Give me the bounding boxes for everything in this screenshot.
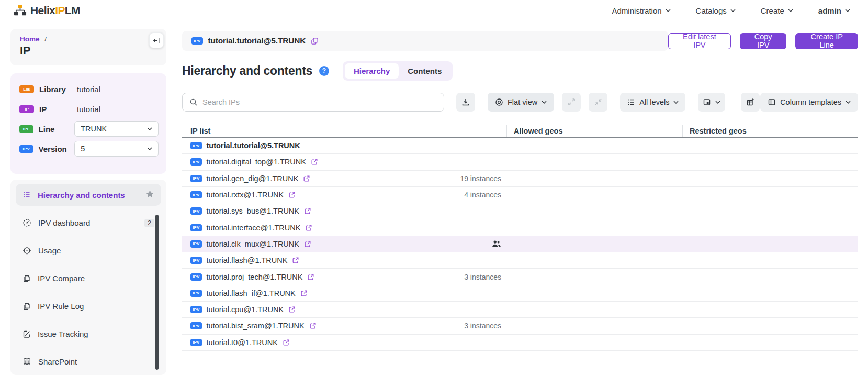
column-header-ip-list[interactable]: IP list	[182, 125, 506, 137]
topnav-admin[interactable]: admin	[818, 6, 850, 15]
ipv-badge: IPV	[190, 290, 202, 297]
chevron-icon	[845, 9, 850, 12]
context-field-ip: IP IP tutorial	[19, 101, 159, 117]
create-ip-line-button[interactable]: Create IP Line	[795, 33, 858, 49]
ip-name[interactable]: tutorial.flash_if@1.TRUNK	[207, 289, 296, 297]
topnav-catalogs[interactable]: Catalogs	[696, 6, 736, 15]
table-row[interactable]: IPV tutorial.gen_dig@1.TRUNK 19 instance…	[182, 171, 858, 187]
chevron-icon	[730, 9, 736, 12]
tab-contents[interactable]: Contents	[399, 63, 450, 79]
ip-name[interactable]: tutorial.t0@1.TRUNK	[207, 338, 278, 347]
copy-ipv-button[interactable]: Copy IPV	[740, 33, 786, 49]
table-row[interactable]: IPV tutorial.bist_sram@1.TRUNK 3 instanc…	[182, 318, 858, 334]
section-title: Hierarchy and contents	[182, 64, 312, 78]
image-export-button[interactable]	[698, 93, 725, 112]
table-row[interactable]: IPV tutorial.rxtx@1.TRUNK 4 instances	[182, 187, 858, 203]
breadcrumb-home-link[interactable]: Home	[20, 35, 40, 43]
users-icon	[492, 240, 501, 248]
ip-name[interactable]: tutorial.gen_dig@1.TRUNK	[207, 174, 299, 183]
extlink-icon	[303, 175, 310, 182]
page-title: IP	[20, 44, 157, 58]
sidebar-nav-card: Hierarchy and contents IPV dashboard 2 U…	[10, 180, 166, 375]
ipv-badge: IPV	[190, 257, 202, 264]
ipl-badge: IPL	[19, 125, 33, 133]
sidebar-item-label: Usage	[38, 246, 61, 255]
ip-badge: IP	[19, 105, 34, 113]
collapse-icon	[594, 98, 602, 106]
ipv-badge: IPV	[190, 273, 202, 281]
extlink-icon	[304, 207, 311, 215]
ipv-badge: IPV	[190, 191, 202, 198]
chevron-icon	[666, 9, 671, 12]
chevron-down-icon	[147, 147, 152, 150]
ip-name[interactable]: tutorial.cpu@1.TRUNK	[207, 305, 284, 314]
search-input[interactable]	[202, 98, 437, 106]
sidebar-item-usage[interactable]: Usage	[16, 237, 161, 264]
extlink-icon	[304, 240, 311, 248]
table-row[interactable]: IPV tutorial.sys_bus@1.TRUNK	[182, 203, 858, 219]
table-row[interactable]: IPV tutorial.interface@1.TRUNK	[182, 219, 858, 236]
sidebar-item-issue-tracking[interactable]: Issue Tracking	[16, 320, 161, 348]
edit-latest-ipv-button[interactable]: Edit latest IPV	[668, 33, 731, 49]
ip-name[interactable]: tutorial.sys_bus@1.TRUNK	[207, 207, 300, 215]
ipv-title: tutorial.tutorial@5.TRUNK	[208, 36, 306, 46]
table-row[interactable]: IPV tutorial.flash_if@1.TRUNK	[182, 285, 858, 302]
row-right-slot: 19 instances	[460, 174, 506, 183]
sidebar-item-label: Issue Tracking	[38, 329, 88, 338]
sidebar-item-ipv-rule-log[interactable]: IPV Rule Log	[16, 292, 161, 320]
helix-iplm-logo[interactable]: HelixIPLM	[14, 4, 80, 17]
column-templates-button[interactable]: Column templates	[760, 93, 858, 112]
table-row[interactable]: IPV tutorial.proj_tech@1.TRUNK 3 instanc…	[182, 269, 858, 285]
ip-name[interactable]: tutorial.interface@1.TRUNK	[207, 224, 301, 232]
all-levels-button[interactable]: All levels	[620, 93, 685, 112]
context-field-value: tutorial	[77, 105, 100, 114]
column-header-allowed-geos[interactable]: Allowed geos	[506, 125, 682, 137]
table-row[interactable]: IPV tutorial.clk_mux@1.TRUNK	[182, 236, 858, 252]
ip-name[interactable]: tutorial.bist_sram@1.TRUNK	[207, 322, 305, 330]
ip-name[interactable]: tutorial.clk_mux@1.TRUNK	[207, 240, 299, 248]
target-icon	[22, 246, 31, 255]
line-select[interactable]: TRUNK	[74, 121, 159, 137]
count-badge: 2	[144, 219, 154, 227]
sidebar-item-label: Hierarchy and contents	[38, 191, 125, 200]
selected-value: TRUNK	[81, 125, 107, 133]
instances-count: 3 instances	[464, 322, 501, 330]
sidebar-item-sharepoint[interactable]: SharePoint	[16, 348, 161, 375]
extlink-icon	[288, 191, 296, 198]
table-row[interactable]: IPV tutorial.t0@1.TRUNK	[182, 335, 858, 351]
instances-count: 4 instances	[464, 191, 501, 199]
help-icon[interactable]: ?	[319, 66, 329, 76]
sidebar-item-hierarchy-and-contents[interactable]: Hierarchy and contents	[16, 184, 161, 206]
ipv-badge: IPV	[190, 158, 202, 166]
ip-name[interactable]: tutorial.flash@1.TRUNK	[207, 256, 288, 264]
topnav-administration[interactable]: Administration	[612, 6, 671, 15]
sidebar-item-ipv-dashboard[interactable]: IPV dashboard 2	[16, 209, 161, 237]
table-row[interactable]: IPV tutorial.digital_top@1.TRUNK	[182, 154, 858, 170]
copy-icon[interactable]	[311, 37, 319, 45]
sidebar-scrollbar[interactable]	[155, 215, 159, 370]
collapse-all-button[interactable]	[589, 93, 607, 112]
edit-icon	[22, 330, 31, 338]
table-row[interactable]: IPV tutorial.tutorial@5.TRUNK	[182, 138, 858, 154]
table-row[interactable]: IPV tutorial.flash@1.TRUNK	[182, 252, 858, 269]
collapse-sidebar-button[interactable]	[149, 32, 164, 48]
download-button[interactable]	[456, 93, 475, 112]
ip-name[interactable]: tutorial.tutorial@5.TRUNK	[207, 141, 300, 150]
tab-hierarchy[interactable]: Hierarchy	[345, 63, 399, 79]
topnav-create[interactable]: Create	[761, 6, 793, 15]
sidebar-item-ipv-compare[interactable]: IPV Compare	[16, 264, 161, 292]
ipv-badge: IPV	[190, 207, 202, 215]
table-body: IPV tutorial.tutorial@5.TRUNK IPV tutori…	[182, 138, 858, 351]
extlink-icon	[288, 306, 296, 313]
ip-name[interactable]: tutorial.rxtx@1.TRUNK	[207, 191, 284, 199]
add-column-button[interactable]	[741, 93, 760, 112]
version-select[interactable]: 5	[74, 141, 159, 157]
ip-context-card: LIB Library tutorial IP IP tutorial IPL …	[10, 73, 166, 174]
flat-view-button[interactable]: Flat view	[488, 93, 554, 112]
sidebar-item-label: IPV Rule Log	[38, 302, 84, 311]
table-row[interactable]: IPV tutorial.cpu@1.TRUNK	[182, 302, 858, 318]
expand-all-button[interactable]	[562, 93, 581, 112]
ip-name[interactable]: tutorial.digital_top@1.TRUNK	[207, 158, 306, 166]
ip-name[interactable]: tutorial.proj_tech@1.TRUNK	[207, 273, 303, 281]
column-header-restricted-geos[interactable]: Restricted geos	[682, 125, 858, 137]
